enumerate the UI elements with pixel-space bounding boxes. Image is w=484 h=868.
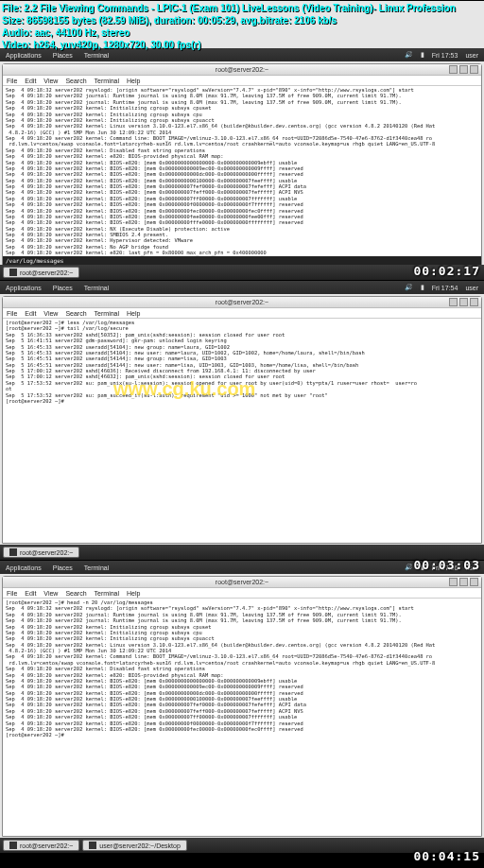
menu-file[interactable]: File <box>7 310 17 317</box>
tray-clock[interactable]: Fri 17:54 <box>430 285 460 291</box>
task-terminal-3b[interactable]: user@server202:~/Desktop <box>82 840 187 851</box>
menu-applications[interactable]: Applications <box>0 52 47 59</box>
terminal-icon <box>9 269 17 276</box>
taskbar-1: root@server202:~ <box>0 265 484 280</box>
terminal-icon <box>89 842 96 849</box>
terminal-menubar: File Edit View Search Terminal Help <box>3 308 481 319</box>
terminal-icon <box>9 842 17 849</box>
window-titlebar[interactable]: root@server202:~ <box>3 297 481 308</box>
info-audio: Audio: aac, 44100 Hz, stereo <box>2 26 456 39</box>
gnome-topbar-3: Applications Places Terminal 🔊 ▮ Fri 17:… <box>0 561 484 574</box>
terminal-window-1: root@server202:~ File Edit View Search T… <box>2 63 482 266</box>
menu-terminal2[interactable]: Terminal <box>95 590 119 597</box>
menu-edit[interactable]: Edit <box>25 310 36 317</box>
tray-volume-icon[interactable]: 🔊 <box>403 51 415 59</box>
tray-battery-icon[interactable]: ▮ <box>419 51 426 59</box>
window-titlebar[interactable]: root@server202:~ <box>3 577 481 588</box>
info-file: File: 2.2 File Viewing Commands - LPIC-1… <box>2 2 456 14</box>
task-terminal-1[interactable]: root@server202:~ <box>3 267 79 278</box>
window-title: root@server202:~ <box>216 299 268 305</box>
taskbar-3: root@server202:~ user@server202:~/Deskto… <box>0 838 484 853</box>
terminal-window-2: root@server202:~ File Edit View Search T… <box>2 296 482 544</box>
menu-search[interactable]: Search <box>65 310 86 317</box>
menu-search[interactable]: Search <box>65 590 86 597</box>
terminal-output-3[interactable]: [root@server202 ~]# head -n 20 /var/log/… <box>3 599 481 836</box>
gnome-topbar-2: Applications Places Terminal 🔊 ▮ Fri 17:… <box>0 281 484 294</box>
close-button[interactable] <box>470 578 478 586</box>
task-terminal-3a[interactable]: root@server202:~ <box>3 840 79 851</box>
menu-places[interactable]: Places <box>47 564 78 571</box>
maximize-button[interactable] <box>459 65 468 74</box>
info-size: Size: 86598155 bytes (82.59 MiB), durati… <box>2 14 456 26</box>
menu-places[interactable]: Places <box>47 285 78 291</box>
window-titlebar[interactable]: root@server202:~ <box>3 64 481 76</box>
menu-applications[interactable]: Applications <box>0 285 47 291</box>
tray-user[interactable]: user <box>463 285 480 291</box>
terminal-menubar: File Edit View Search Terminal Help <box>3 76 481 86</box>
terminal-output-2[interactable]: [root@server202 ~]# less /var/log/messag… <box>3 319 481 543</box>
menu-help[interactable]: Help <box>127 310 140 317</box>
tray-battery-icon[interactable]: ▮ <box>419 284 426 291</box>
frame-3: Applications Places Terminal 🔊 ▮ Fri 17:… <box>0 560 484 853</box>
menu-places[interactable]: Places <box>47 52 78 59</box>
menu-file[interactable]: File <box>7 590 17 597</box>
minimize-button[interactable] <box>449 298 458 306</box>
menu-terminal2[interactable]: Terminal <box>95 310 119 317</box>
menu-file[interactable]: File <box>7 78 17 84</box>
menu-terminal[interactable]: Terminal <box>78 285 114 291</box>
menu-view[interactable]: View <box>43 78 58 84</box>
maximize-button[interactable] <box>459 578 468 586</box>
window-title: root@server202:~ <box>216 66 268 73</box>
menu-help[interactable]: Help <box>127 78 140 84</box>
window-title: root@server202:~ <box>216 579 268 585</box>
timestamp-3: 00:04:15 <box>413 849 480 863</box>
info-video: Video: h264, yuv420p, 1280x720, 30.00 fp… <box>2 39 456 51</box>
less-status-line: /var/log/messages <box>3 256 481 265</box>
tray-clock[interactable]: Fri 17:53 <box>430 52 460 59</box>
minimize-button[interactable] <box>449 65 458 74</box>
frame-2: Applications Places Terminal 🔊 ▮ Fri 17:… <box>0 280 484 560</box>
menu-edit[interactable]: Edit <box>25 78 36 84</box>
terminal-output-1[interactable]: Sep 4 09:18:32 server202 rsyslogd: [orig… <box>3 86 481 256</box>
minimize-button[interactable] <box>449 578 458 586</box>
tray-volume-icon[interactable]: 🔊 <box>403 284 415 291</box>
task-terminal-2[interactable]: root@server202:~ <box>3 547 79 558</box>
menu-terminal2[interactable]: Terminal <box>95 78 119 84</box>
menu-applications[interactable]: Applications <box>0 564 47 571</box>
menu-terminal[interactable]: Terminal <box>78 52 114 59</box>
menu-help[interactable]: Help <box>127 590 140 597</box>
menu-edit[interactable]: Edit <box>25 590 36 597</box>
timestamp-1: 00:02:17 <box>413 264 480 278</box>
timestamp-2: 00:03:03 <box>413 558 480 572</box>
menu-view[interactable]: View <box>43 590 58 597</box>
menu-view[interactable]: View <box>43 310 58 317</box>
terminal-icon <box>9 548 17 556</box>
tray-user[interactable]: user <box>463 52 480 59</box>
media-info-overlay: File: 2.2 File Viewing Commands - LPIC-1… <box>2 2 456 51</box>
menu-search[interactable]: Search <box>65 78 86 84</box>
maximize-button[interactable] <box>459 298 468 306</box>
taskbar-2: root@server202:~ <box>0 545 484 560</box>
close-button[interactable] <box>470 298 478 306</box>
terminal-menubar: File Edit View Search Terminal Help <box>3 588 481 599</box>
close-button[interactable] <box>470 65 478 74</box>
terminal-window-3: root@server202:~ File Edit View Search T… <box>2 576 482 837</box>
menu-terminal[interactable]: Terminal <box>78 564 114 571</box>
